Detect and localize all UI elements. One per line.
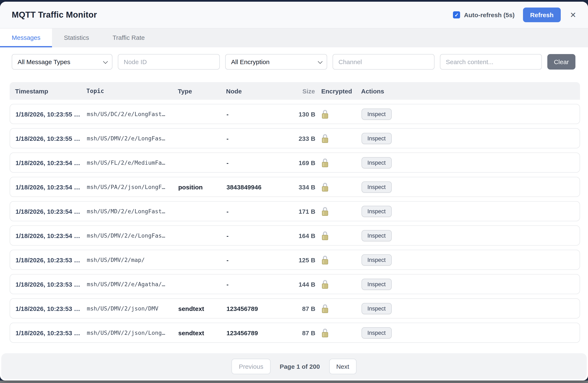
lock-icon — [322, 328, 328, 338]
table-row: 1/18/2026, 10:23:55 … msh/US/DMV/2/e/Lon… — [10, 128, 580, 148]
row-timestamp: 1/18/2026, 10:23:53 … — [16, 329, 87, 336]
row-node: - — [227, 256, 279, 263]
table-row: 1/18/2026, 10:23:54 … msh/US/DMV/2/e/Lon… — [10, 226, 580, 246]
tab-bar: MessagesStatisticsTraffic Rate — [0, 28, 588, 47]
encryption-selected-value: All Encryption — [231, 58, 270, 65]
message-type-select[interactable]: All Message Types — [12, 54, 112, 70]
header-controls: ✓ Auto-refresh (5s) Refresh ✕ — [453, 8, 576, 22]
row-node: - — [227, 232, 279, 239]
clear-button[interactable]: Clear — [547, 54, 575, 70]
row-size: 87 B — [279, 305, 315, 312]
row-timestamp: 1/18/2026, 10:23:55 … — [16, 135, 87, 142]
table-row: 1/18/2026, 10:23:53 … msh/US/DMV/2/json/… — [10, 323, 580, 343]
row-timestamp: 1/18/2026, 10:23:54 … — [16, 208, 87, 215]
table-row: 1/18/2026, 10:23:53 … msh/US/DMV/2/map/ … — [10, 250, 580, 270]
row-size: 164 B — [279, 232, 315, 239]
lock-icon — [322, 255, 328, 265]
inspect-button[interactable]: Inspect — [361, 157, 392, 168]
row-topic: msh/US/FL/2/e/MediumFa… — [87, 159, 178, 166]
row-type: sendtext — [178, 329, 227, 336]
search-input[interactable] — [440, 54, 542, 70]
tab-messages[interactable]: Messages — [0, 28, 52, 47]
row-size: 334 B — [279, 183, 315, 191]
row-size: 169 B — [279, 159, 315, 166]
message-type-selected-value: All Message Types — [18, 58, 70, 65]
dialog-header: MQTT Traffic Monitor ✓ Auto-refresh (5s)… — [0, 2, 588, 28]
table-row: 1/18/2026, 10:23:53 … msh/US/DMV/2/e/Aga… — [10, 274, 580, 294]
lock-icon — [322, 158, 328, 167]
inspect-button[interactable]: Inspect — [361, 206, 392, 217]
close-icon[interactable]: ✕ — [570, 11, 576, 19]
row-timestamp: 1/18/2026, 10:23:54 … — [16, 159, 87, 166]
inspect-button[interactable]: Inspect — [361, 303, 392, 314]
column-header-timestamp: Timestamp — [15, 87, 86, 95]
table-body: 1/18/2026, 10:23:55 … msh/US/DC/2/e/Long… — [10, 104, 580, 343]
table-row: 1/18/2026, 10:23:55 … msh/US/DC/2/e/Long… — [10, 104, 580, 124]
lock-icon — [322, 182, 328, 192]
checkmark-icon: ✓ — [454, 12, 459, 17]
page-title: MQTT Traffic Monitor — [12, 10, 97, 20]
row-topic: msh/US/DC/2/e/LongFast… — [87, 111, 178, 117]
encryption-select[interactable]: All Encryption — [225, 54, 327, 70]
lock-icon — [322, 109, 328, 119]
inspect-button[interactable]: Inspect — [361, 254, 392, 266]
inspect-button[interactable]: Inspect — [361, 181, 392, 192]
row-node: - — [227, 135, 279, 142]
row-node: 3843849946 — [227, 183, 279, 191]
tab-statistics[interactable]: Statistics — [52, 28, 101, 47]
row-size: 233 B — [279, 135, 315, 142]
auto-refresh-checkbox[interactable]: ✓ — [453, 11, 460, 19]
row-topic: msh/US/DMV/2/e/LongFas… — [87, 232, 178, 239]
backdrop-bottom-strip — [0, 381, 588, 383]
row-type: position — [178, 183, 227, 191]
row-timestamp: 1/18/2026, 10:23:53 … — [16, 305, 87, 312]
tab-traffic-rate[interactable]: Traffic Rate — [101, 28, 156, 47]
inspect-button[interactable]: Inspect — [361, 278, 392, 290]
inspect-button[interactable]: Inspect — [361, 230, 392, 241]
inspect-button[interactable]: Inspect — [361, 133, 392, 144]
pagination-bar: Previous Page 1 of 200 Next — [1, 353, 587, 379]
inspect-button[interactable]: Inspect — [361, 327, 392, 338]
column-header-size: Size — [279, 87, 315, 95]
row-topic: msh/US/DMV/2/e/LongFas… — [87, 135, 178, 142]
column-header-encrypted: Encrypted — [315, 87, 361, 95]
previous-page-button[interactable]: Previous — [232, 359, 271, 374]
screen: MQTT Traffic Monitor ✓ Auto-refresh (5s)… — [0, 0, 588, 383]
page-indicator: Page 1 of 200 — [280, 363, 320, 370]
auto-refresh-label: Auto-refresh (5s) — [464, 11, 515, 19]
column-header-topic: Topic — [86, 88, 178, 94]
lock-icon — [322, 134, 328, 143]
table-header-row: Timestamp Topic Type Node Size Encrypted… — [10, 82, 580, 100]
next-page-button[interactable]: Next — [329, 359, 356, 374]
row-size: 125 B — [279, 256, 315, 263]
filter-bar: All Message Types All Encryption Clear — [0, 47, 588, 82]
row-size: 87 B — [279, 329, 315, 336]
row-topic: msh/US/DMV/2/map/ — [87, 256, 178, 263]
table-row: 1/18/2026, 10:23:54 … msh/US/MD/2/e/Long… — [10, 201, 580, 221]
chevron-down-icon — [103, 59, 108, 64]
channel-input[interactable] — [333, 54, 435, 70]
row-timestamp: 1/18/2026, 10:23:54 … — [16, 183, 87, 191]
inspect-button[interactable]: Inspect — [361, 108, 392, 120]
refresh-button[interactable]: Refresh — [523, 8, 561, 22]
lock-icon — [322, 279, 328, 289]
column-header-node: Node — [226, 87, 279, 95]
messages-table: Timestamp Topic Type Node Size Encrypted… — [0, 82, 588, 343]
row-type: sendtext — [178, 305, 227, 312]
row-node: 123456789 — [227, 305, 279, 312]
row-topic: msh/US/PA/2/json/LongF… — [87, 184, 178, 190]
row-topic: msh/US/DMV/2/json/Long… — [87, 329, 178, 336]
row-topic: msh/US/DMV/2/json/DMV — [87, 305, 178, 312]
table-row: 1/18/2026, 10:23:54 … msh/US/FL/2/e/Medi… — [10, 153, 580, 173]
mqtt-traffic-monitor-dialog: MQTT Traffic Monitor ✓ Auto-refresh (5s)… — [0, 2, 588, 381]
lock-icon — [322, 231, 328, 240]
row-node: - — [227, 281, 279, 288]
row-timestamp: 1/18/2026, 10:23:53 … — [16, 281, 87, 288]
node-id-input[interactable] — [118, 54, 220, 70]
row-topic: msh/US/MD/2/e/LongFast… — [87, 208, 178, 214]
row-timestamp: 1/18/2026, 10:23:53 … — [16, 256, 87, 263]
row-size: 130 B — [279, 110, 315, 117]
column-header-type: Type — [178, 87, 226, 95]
row-size: 144 B — [279, 281, 315, 288]
table-row: 1/18/2026, 10:23:54 … msh/US/PA/2/json/L… — [10, 177, 580, 197]
